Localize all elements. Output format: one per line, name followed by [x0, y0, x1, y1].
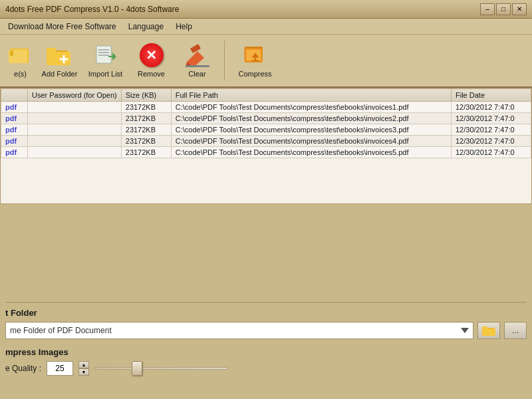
svg-rect-2: [10, 51, 13, 56]
add-files-icon: [7, 43, 34, 67]
import-list-button[interactable]: Import List: [84, 38, 127, 83]
cell-password: [28, 136, 122, 147]
main-area: User Password (for Open) Size (KB) Full …: [0, 88, 532, 399]
quality-row: e Quality : ▲ ▼: [5, 361, 527, 376]
table-row[interactable]: pdf23172KBC:\code\PDF Tools\Test Documen…: [1, 102, 531, 113]
window-title: 4dots Free PDF Compress V1.0 - 4dots Sof…: [5, 5, 179, 14]
clear-button[interactable]: Clear: [176, 38, 219, 83]
svg-rect-14: [190, 44, 200, 53]
remove-icon: ✕: [138, 43, 165, 67]
toolbar-separator: [224, 41, 225, 80]
cell-date: 12/30/2012 7:47:0: [452, 102, 531, 113]
svg-rect-26: [482, 327, 487, 330]
cell-size: 23172KB: [121, 136, 171, 147]
bottom-panel: t Folder me Folder of PDF Document ... m…: [0, 297, 532, 400]
cell-size: 23172KB: [121, 113, 171, 124]
add-files-label: e(s): [14, 70, 27, 78]
add-folder-label: Add Folder: [42, 70, 78, 78]
quality-slider-thumb[interactable]: [132, 361, 142, 376]
cell-size: 23172KB: [121, 124, 171, 136]
file-table: User Password (for Open) Size (KB) Full …: [1, 88, 531, 158]
add-files-button[interactable]: e(s): [5, 38, 35, 83]
menu-language[interactable]: Language: [123, 19, 169, 34]
remove-label: Remove: [138, 70, 165, 78]
remove-button[interactable]: ✕ Remove: [130, 38, 173, 83]
cell-password: [28, 113, 122, 124]
title-bar: 4dots Free PDF Compress V1.0 - 4dots Sof…: [0, 0, 532, 19]
cell-name: pdf: [1, 147, 28, 158]
cell-path: C:\code\PDF Tools\Test Documents\compres…: [171, 102, 451, 113]
compress-images-section: mpress Images e Quality : ▲ ▼: [5, 347, 527, 376]
folder-select[interactable]: me Folder of PDF Document: [5, 322, 473, 339]
spinner-down[interactable]: ▼: [78, 368, 89, 376]
cell-name: pdf: [1, 102, 28, 113]
import-list-icon: [92, 43, 119, 67]
close-button[interactable]: ✕: [512, 3, 527, 15]
quality-label: e Quality :: [5, 364, 41, 373]
cell-name: pdf: [1, 136, 28, 147]
cell-path: C:\code\PDF Tools\Test Documents\compres…: [171, 136, 451, 147]
cell-password: [28, 147, 122, 158]
col-header-password: User Password (for Open): [28, 89, 122, 102]
toolbar: e(s) Add Folder Import Li: [0, 35, 532, 88]
cell-name: pdf: [1, 113, 28, 124]
minimize-button[interactable]: –: [480, 3, 495, 15]
browse-dots-button[interactable]: ...: [504, 322, 527, 339]
cell-date: 12/30/2012 7:47:0: [452, 147, 531, 158]
window-controls: – □ ✕: [480, 3, 527, 15]
menu-bar: Download More Free Software Language Hel…: [0, 19, 532, 35]
quality-slider-container: [94, 361, 527, 376]
quality-spinner: ▲ ▼: [78, 361, 89, 376]
col-header-size: Size (KB): [121, 89, 171, 102]
quality-input[interactable]: [47, 361, 73, 376]
svg-rect-5: [47, 48, 56, 53]
svg-rect-17: [186, 65, 209, 67]
quality-slider-track[interactable]: [94, 367, 227, 370]
col-header-name: [1, 89, 28, 102]
browse-folder-button[interactable]: [477, 322, 500, 339]
compress-button[interactable]: Compress: [230, 38, 280, 83]
cell-date: 12/30/2012 7:47:0: [452, 136, 531, 147]
menu-download[interactable]: Download More Free Software: [3, 19, 122, 34]
cell-name: pdf: [1, 124, 28, 136]
cell-path: C:\code\PDF Tools\Test Documents\compres…: [171, 124, 451, 136]
col-header-path: Full File Path: [171, 89, 451, 102]
clear-icon: [184, 43, 211, 67]
compress-images-title: mpress Images: [5, 347, 527, 357]
cell-path: C:\code\PDF Tools\Test Documents\compres…: [171, 147, 451, 158]
output-folder-title: t Folder: [5, 308, 527, 318]
table-row[interactable]: pdf23172KBC:\code\PDF Tools\Test Documen…: [1, 147, 531, 158]
table-row[interactable]: pdf23172KBC:\code\PDF Tools\Test Documen…: [1, 113, 531, 124]
cell-size: 23172KB: [121, 147, 171, 158]
add-folder-button[interactable]: Add Folder: [38, 38, 81, 83]
add-folder-icon: [47, 43, 73, 67]
cell-date: 12/30/2012 7:47:0: [452, 113, 531, 124]
col-header-date: File Date: [452, 89, 531, 102]
compress-label: Compress: [238, 70, 271, 78]
table-row[interactable]: pdf23172KBC:\code\PDF Tools\Test Documen…: [1, 124, 531, 136]
compress-icon: [242, 43, 269, 67]
import-list-label: Import List: [88, 70, 122, 78]
folder-row: me Folder of PDF Document ...: [5, 322, 527, 339]
folder-icon: [482, 325, 495, 336]
cell-size: 23172KB: [121, 102, 171, 113]
clear-label: Clear: [188, 70, 205, 78]
panel-separator: [5, 302, 527, 303]
maximize-button[interactable]: □: [496, 3, 511, 15]
menu-help[interactable]: Help: [170, 19, 198, 34]
table-spacer: [0, 204, 532, 297]
cell-password: [28, 102, 122, 113]
cell-password: [28, 124, 122, 136]
table-row[interactable]: pdf23172KBC:\code\PDF Tools\Test Documen…: [1, 136, 531, 147]
cell-path: C:\code\PDF Tools\Test Documents\compres…: [171, 113, 451, 124]
svg-rect-8: [96, 46, 111, 63]
file-table-container: User Password (for Open) Size (KB) Full …: [0, 88, 532, 204]
cell-date: 12/30/2012 7:47:0: [452, 124, 531, 136]
spinner-up[interactable]: ▲: [78, 361, 89, 368]
svg-marker-12: [112, 53, 116, 61]
